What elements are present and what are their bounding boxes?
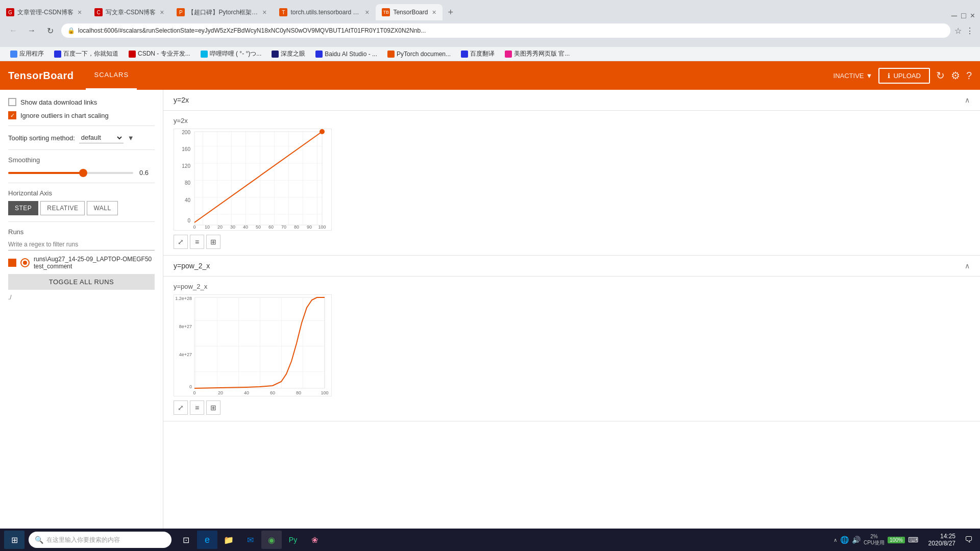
back-button[interactable]: ← [6,23,20,38]
expand-tray-icon[interactable]: ∧ [834,537,837,543]
toggle-lines-button-y2x[interactable]: ≡ [190,235,204,249]
address-bar[interactable]: 🔒 localhost:6006/#scalars&runSelectionSt… [61,23,950,38]
browser-tab-3[interactable]: P 【超口碑】Pytorch框架班第五期 × [170,4,273,20]
run-checkbox-1[interactable] [8,259,16,267]
more-icon[interactable]: ⋮ [966,26,974,36]
bookmark-label-csdn: CSDN - 专业开发... [138,49,190,58]
svg-text:50: 50 [256,224,261,230]
keyboard-icon[interactable]: ⌨ [908,536,918,544]
axis-step-button[interactable]: STEP [8,201,38,215]
chart-section-header-ypow2x[interactable]: y=pow_2_x ∧ [163,256,980,277]
collapse-y2x-icon[interactable]: ∧ [965,96,970,104]
taskbar-app-edge[interactable]: e [197,531,217,549]
browser-tab-2[interactable]: C 写文章-CSDN博客 × [88,4,170,20]
browser-tab-1[interactable]: G 文章管理-CSDN博客 × [0,4,88,20]
start-button[interactable]: ⊞ [4,531,24,549]
tooltip-select[interactable]: default ascending descending [79,132,124,143]
cpu-percent: 2% [864,534,885,539]
star-icon[interactable]: ☆ [954,26,962,36]
tab-close-2[interactable]: × [160,8,164,16]
toggle-lines-icon-2: ≡ [195,404,199,412]
dropdown-arrow-icon: ▼ [866,72,873,80]
notification-icon[interactable]: 🗨 [962,535,976,544]
collapse-ypow2x-icon[interactable]: ∧ [965,262,970,270]
tab-close-1[interactable]: × [78,8,82,16]
tab-close-5[interactable]: × [432,8,436,16]
bookmark-bilibili[interactable]: 哔哩哔哩 ( °- °)つ... [197,48,266,59]
svg-text:90: 90 [307,224,312,230]
axis-buttons: STEP RELATIVE WALL [8,201,155,215]
tab-close-3[interactable]: × [262,8,266,16]
bookmark-pytorch[interactable]: PyTorch documen... [383,49,455,59]
smoothing-label: Smoothing [8,156,155,164]
svg-text:10: 10 [205,224,210,230]
show-download-checkbox[interactable] [8,98,16,106]
slider-fill [8,172,83,174]
windows-logo-icon: ⊞ [11,535,18,545]
browser-toolbar-icons: ☆ ⋮ [954,26,974,36]
slider-thumb[interactable] [79,169,87,177]
nav-tab-scalars[interactable]: SCALARS [86,61,137,90]
taskbar-app-pycharm[interactable]: Py [283,531,303,549]
zoom-fit-button-ypow2x[interactable]: ⤢ [174,400,188,415]
nav-tab-scalars-label: SCALARS [94,71,129,79]
taskbar-app-windmill[interactable]: ❀ [304,531,325,549]
svg-text:80: 80 [294,224,299,230]
close-window-icon[interactable]: × [970,11,975,20]
app: TensorBoard SCALARS INACTIVE ▼ ℹ UPLOAD … [0,61,980,551]
refresh-icon[interactable]: ↻ [936,69,945,82]
download-button-y2x[interactable]: ⊞ [206,235,220,249]
bookmark-deepeye[interactable]: 深度之眼 [267,48,309,59]
new-tab-button[interactable]: + [443,4,459,20]
inactive-dropdown[interactable]: INACTIVE ▼ [834,72,873,80]
bookmark-baidu-ai[interactable]: Baidu AI Studio - ... [311,49,381,59]
tab-close-4[interactable]: × [365,8,369,16]
browser-tab-5[interactable]: TB TensorBoard × [376,4,442,20]
chart-container-ypow2x: 1.2e+28 8e+27 4e+27 0 0 20 40 60 80 100 [174,294,970,415]
bookmark-baidu[interactable]: 百度一下，你就知道 [50,48,122,59]
chart-title-ypow2x: y=pow_2_x [174,283,970,290]
bookmark-favicon-apps [10,51,17,58]
battery-percent: 100% [890,537,903,543]
runs-filter-input[interactable] [8,240,155,251]
bookmark-label-bilibili: 哔哩哔哩 ( °- °)つ... [210,49,262,58]
bookmark-csdn[interactable]: CSDN - 专业开发... [125,48,194,59]
chart-svg-y2x[interactable]: 200 160 120 80 40 0 0 10 20 30 40 [174,129,332,231]
axis-wall-button[interactable]: WALL [87,201,117,215]
taskbar-app-chrome[interactable]: ◉ [261,531,282,549]
upload-button[interactable]: ℹ UPLOAD [878,68,929,84]
svg-text:60: 60 [270,390,275,395]
toggle-all-runs-button[interactable]: TOGGLE ALL RUNS [8,274,155,290]
bookmark-meitu[interactable]: 美图秀秀网页版 官... [501,48,574,59]
help-icon[interactable]: ? [966,70,972,82]
taskbar-apps: ⊡ e 📁 ✉ ◉ Py ❀ [176,531,325,549]
bookmark-fanyi[interactable]: 百度翻译 [457,48,499,59]
svg-text:40: 40 [185,197,191,203]
tab-favicon-4: T [279,8,287,16]
tab-title-3: 【超口碑】Pytorch框架班第五期 [188,8,258,17]
maximize-icon[interactable]: □ [961,11,966,20]
minimize-icon[interactable]: ─ [951,11,957,20]
toggle-lines-button-ypow2x[interactable]: ≡ [190,400,204,415]
chart-section-header-y2x[interactable]: y=2x ∧ [163,90,980,111]
browser-tab-4[interactable]: T torch.utils.tensorboard — PyT... × [273,4,375,20]
taskbar-app-file[interactable]: 📁 [218,531,239,549]
bookmark-apps[interactable]: 应用程序 [6,48,48,59]
settings-icon[interactable]: ⚙ [951,69,960,82]
taskbar-search-icon: 🔍 [35,536,43,544]
address-bar-row: ← → ↻ 🔒 localhost:6006/#scalars&runSelec… [0,20,980,41]
network-icon[interactable]: 🌐 [840,536,849,544]
zoom-fit-button-y2x[interactable]: ⤢ [174,235,188,249]
taskbar-app-mail[interactable]: ✉ [240,531,260,549]
task-view-button[interactable]: ⊡ [176,531,196,549]
ignore-outliers-checkbox[interactable] [8,111,16,119]
reload-button[interactable]: ↻ [43,23,57,38]
taskbar-search[interactable]: 🔍 在这里输入你要搜索的内容 [29,532,172,548]
download-button-ypow2x[interactable]: ⊞ [206,400,220,415]
file-manager-icon: 📁 [224,535,234,545]
axis-relative-button[interactable]: RELATIVE [40,201,85,215]
volume-icon[interactable]: 🔊 [852,536,861,544]
forward-button[interactable]: → [24,23,39,38]
chart-svg-ypow2x[interactable]: 1.2e+28 8e+27 4e+27 0 0 20 40 60 80 100 [174,294,332,396]
smoothing-slider[interactable] [8,172,133,174]
